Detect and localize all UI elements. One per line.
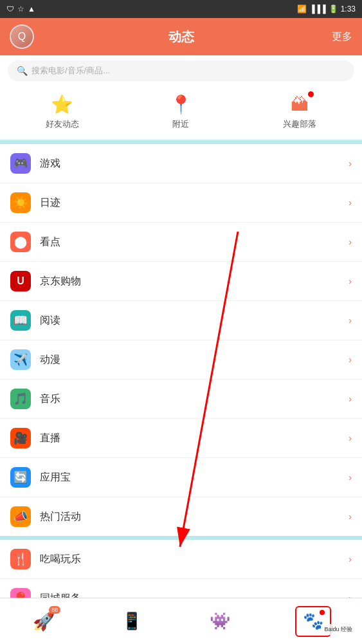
read-icon: 📖 (10, 310, 31, 331)
menu-item-hot[interactable]: 📣 热门活动 › (0, 497, 362, 536)
games-icon: 🎮 (10, 153, 31, 174)
messages-nav-icon: 🚀 88 (31, 609, 57, 634)
status-icon-shield: 🛡 (6, 5, 14, 14)
status-icon-triangle: ▲ (28, 5, 35, 14)
baidu-watermark: Baidu 经验 (321, 624, 356, 635)
jd-label: 京东购物 (40, 275, 348, 288)
appstore-icon: 🔄 (10, 467, 31, 488)
kandian-arrow: › (348, 237, 352, 247)
read-label: 阅读 (40, 314, 348, 327)
food-icon: 🍴 (10, 549, 31, 569)
tab-nearby[interactable]: 📍 附近 (170, 94, 192, 130)
page-title: 动态 (168, 28, 194, 46)
phone-nav-icon: 📱 (119, 609, 145, 634)
bottom-nav-monster[interactable]: 👾 (207, 609, 233, 634)
diary-arrow: › (348, 198, 352, 208)
comic-label: 动漫 (40, 353, 348, 367)
status-bar-left: 🛡 ☆ ▲ (6, 5, 35, 14)
monster-nav-icon: 👾 (207, 609, 233, 634)
bottom-nav-messages[interactable]: 🚀 88 (31, 609, 57, 634)
jd-arrow: › (348, 276, 352, 286)
diary-icon: ☀️ (10, 192, 31, 213)
diary-label: 日迹 (40, 196, 348, 210)
hot-arrow: › (348, 511, 352, 522)
search-bar: 🔍 搜索电影/音乐/商品... (0, 55, 362, 86)
status-icon-star: ☆ (17, 5, 24, 14)
time-display: 1:33 (341, 5, 356, 14)
more-button[interactable]: 更多 (332, 30, 352, 44)
signal-icon: ▐▐▐ (309, 5, 326, 14)
hot-icon: 📣 (10, 506, 31, 527)
profile-dot-badge (320, 610, 325, 615)
kandian-label: 看点 (40, 235, 348, 249)
music-icon: 🎵 (10, 389, 31, 409)
search-placeholder: 搜索电影/音乐/商品... (32, 65, 110, 77)
battery-icon: 🔋 (329, 5, 338, 14)
appstore-label: 应用宝 (40, 471, 348, 484)
games-arrow: › (348, 158, 352, 169)
live-arrow: › (348, 433, 352, 443)
music-label: 音乐 (40, 392, 348, 406)
jd-icon: U (10, 271, 31, 291)
nav-tabs: ⭐ 好友动态 📍 附近 🏔 兴趣部落 (0, 86, 362, 140)
comic-arrow: › (348, 354, 352, 365)
friends-icon: ⭐ (51, 94, 73, 115)
games-label: 游戏 (40, 157, 348, 170)
live-label: 直播 (40, 432, 348, 445)
comic-icon: ✈️ (10, 349, 31, 370)
bottom-nav-phone[interactable]: 📱 (119, 609, 145, 634)
menu-section-main: 🎮 游戏 › ☀️ 日迹 › ⬤ 看点 › U 京东购物 › 📖 阅读 › ✈️… (0, 144, 362, 536)
baidu-text: Baidu 经验 (324, 626, 352, 632)
nearby-icon: 📍 (170, 94, 192, 115)
menu-item-jd[interactable]: U 京东购物 › (0, 262, 362, 301)
search-input-wrap[interactable]: 🔍 搜索电影/音乐/商品... (8, 60, 354, 81)
tab-friends[interactable]: ⭐ 好友动态 (46, 94, 79, 130)
interest-label: 兴趣部落 (283, 118, 316, 130)
appstore-arrow: › (348, 472, 352, 483)
status-bar: 🛡 ☆ ▲ 📶 ▐▐▐ 🔋 1:33 (0, 0, 362, 18)
menu-item-music[interactable]: 🎵 音乐 › (0, 380, 362, 419)
search-icon: 🔍 (17, 66, 28, 76)
menu-item-games[interactable]: 🎮 游戏 › (0, 144, 362, 183)
menu-item-comic[interactable]: ✈️ 动漫 › (0, 340, 362, 380)
kandian-icon: ⬤ (10, 232, 31, 252)
music-arrow: › (348, 394, 352, 404)
hot-label: 热门活动 (40, 510, 348, 524)
live-icon: 🎥 (10, 428, 31, 448)
menu-item-appstore[interactable]: 🔄 应用宝 › (0, 458, 362, 497)
status-bar-right: 📶 ▐▐▐ 🔋 1:33 (297, 5, 356, 14)
messages-badge: 88 (49, 606, 60, 614)
read-arrow: › (348, 315, 352, 326)
menu-item-food[interactable]: 🍴 吃喝玩乐 › (0, 540, 362, 579)
food-label: 吃喝玩乐 (40, 553, 348, 566)
menu-item-live[interactable]: 🎥 直播 › (0, 419, 362, 458)
interest-icon: 🏔 (291, 94, 309, 115)
menu-item-read[interactable]: 📖 阅读 › (0, 301, 362, 340)
menu-item-kandian[interactable]: ⬤ 看点 › (0, 223, 362, 262)
wifi-icon: 📶 (297, 5, 307, 14)
bottom-navigation: 🚀 88 📱 👾 🐾 (0, 598, 362, 644)
nearby-label: 附近 (172, 118, 189, 130)
tab-interest[interactable]: 🏔 兴趣部落 (283, 94, 316, 130)
food-arrow: › (348, 554, 352, 564)
friends-label: 好友动态 (46, 118, 79, 130)
header: Q 动态 更多 (0, 18, 362, 55)
menu-item-diary[interactable]: ☀️ 日迹 › (0, 183, 362, 223)
avatar[interactable]: Q (10, 24, 34, 49)
